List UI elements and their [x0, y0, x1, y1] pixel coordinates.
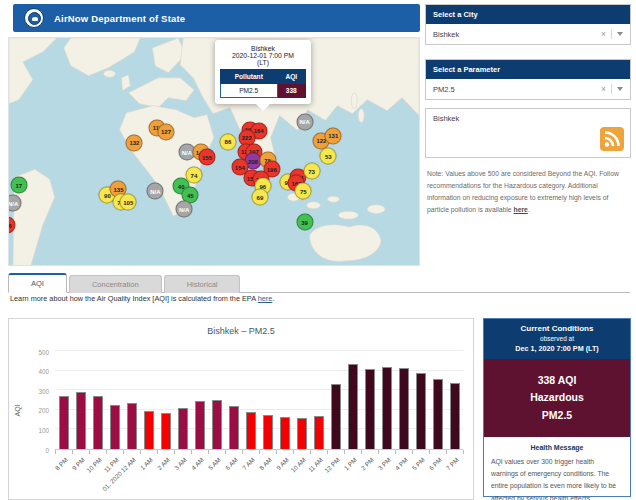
city-dropdown-caret-icon[interactable] [617, 32, 623, 36]
x-tick-label: 8 PM [53, 456, 68, 471]
parameter-select-value[interactable]: PM2.5 [433, 85, 596, 94]
chart-bar[interactable] [229, 406, 239, 449]
popup-aqi-value: 338 [277, 84, 305, 98]
aqi-marker[interactable]: 73 [303, 163, 320, 180]
aqi-marker[interactable]: N/A [296, 113, 313, 130]
parameter-dropdown-caret-icon[interactable] [617, 87, 623, 91]
chart-bar[interactable] [246, 412, 256, 449]
x-tick-label: 1 AM [138, 456, 153, 471]
parameter-select[interactable]: PM2.5 × [426, 79, 630, 99]
tab-aqi[interactable]: AQI [8, 273, 67, 293]
popup-datetime: 2020-12-01 7:00 PM [220, 52, 306, 59]
y-tick-label: 100 [21, 427, 49, 434]
chart-bar[interactable] [297, 418, 307, 449]
learn-more-here-link[interactable]: here [258, 294, 273, 303]
chart-bar[interactable] [280, 417, 290, 449]
x-tick-label: 5 AM [206, 456, 221, 471]
popup-timezone: (LT) [220, 59, 306, 66]
current-conditions-header: Current Conditions observed at Dec 1, 20… [484, 319, 630, 359]
aqi-marker[interactable]: 131 [325, 127, 342, 144]
chart-bar[interactable] [399, 368, 409, 449]
aqi-chart: Bishkek – PM2.5 AQI 01002003004005008 PM… [8, 318, 474, 500]
city-select[interactable]: Bishkek × [426, 24, 630, 44]
x-tick-label: 12 PM [323, 456, 341, 474]
chart-bar[interactable] [212, 400, 222, 449]
chart-bar[interactable] [450, 383, 460, 449]
x-tick-label: 10 AM [289, 456, 307, 474]
tab-bar: AQIConcentrationHistorical [8, 272, 630, 293]
rss-feed-icon[interactable] [600, 127, 624, 151]
chart-bar[interactable] [59, 396, 69, 449]
aqi-marker[interactable]: 69 [251, 189, 268, 206]
popup-table: Pollutant AQI PM2.5 338 [220, 69, 306, 98]
map-markers: 17N/A1561321111279013573105N/A4045N/A74N… [9, 38, 419, 265]
y-tick-label: 0 [21, 447, 49, 454]
y-tick-label: 500 [21, 349, 49, 356]
chart-bar[interactable] [433, 379, 443, 449]
chart-bar[interactable] [195, 401, 205, 449]
aqi-marker[interactable]: N/A [147, 183, 164, 200]
chart-bar[interactable] [144, 411, 154, 449]
x-tick-label: 11 AM [306, 456, 323, 473]
aqi-marker[interactable]: 39 [296, 214, 313, 231]
tab-historical[interactable]: Historical [164, 275, 241, 293]
aqi-marker[interactable]: 156 [8, 217, 15, 234]
chart-bar[interactable] [76, 392, 86, 449]
note-here-link[interactable]: here [514, 206, 528, 213]
feed-city-label: Bishkek [433, 114, 623, 123]
aqi-marker[interactable]: 105 [120, 194, 137, 211]
chart-bar[interactable] [93, 396, 103, 449]
app-title: AirNow Department of State [54, 13, 185, 24]
current-aqi-box: 338 AQI Hazardous PM2.5 [484, 359, 630, 437]
x-tick-label: 10 PM [85, 456, 103, 474]
chart-title: Bishkek – PM2.5 [9, 326, 473, 336]
x-tick-label: 1 PM [342, 456, 357, 471]
chart-bar[interactable] [161, 413, 171, 449]
city-select-box: Select a City Bishkek × [425, 4, 631, 45]
aqi-marker[interactable]: 75 [295, 183, 312, 200]
map-popup: Bishkek 2020-12-01 7:00 PM (LT) Pollutan… [215, 40, 311, 104]
x-tick-label: 7 AM [240, 456, 255, 471]
city-clear-icon[interactable]: × [596, 29, 612, 39]
aqi-marker[interactable]: 53 [320, 148, 337, 165]
aqi-marker[interactable]: 86 [219, 133, 236, 150]
aqi-marker[interactable]: 132 [126, 134, 143, 151]
beyond-aqi-note: Note: Values above 500 are considered Be… [427, 168, 627, 216]
gridline [55, 350, 463, 351]
y-axis-title: AQI [14, 404, 21, 416]
x-tick-label: 7 PM [444, 456, 459, 471]
x-axis-ticks [55, 450, 464, 454]
chart-bar[interactable] [178, 408, 188, 449]
parameter-select-label: Select a Parameter [426, 60, 630, 79]
world-aqi-map[interactable]: 17N/A1561321111279013573105N/A4045N/A74N… [8, 37, 420, 266]
tab-concentration[interactable]: Concentration [69, 275, 162, 293]
x-tick-label: 3 AM [172, 456, 187, 471]
chart-bar[interactable] [314, 416, 324, 449]
chart-bar[interactable] [127, 403, 137, 449]
health-message: Health Message AQI values over 300 trigg… [484, 437, 630, 500]
chart-bar[interactable] [348, 364, 358, 449]
x-tick-label: 4 PM [393, 456, 408, 471]
x-tick-label: 4 AM [189, 456, 204, 471]
popup-col-aqi: AQI [277, 70, 305, 84]
chart-bar[interactable] [382, 367, 392, 449]
x-tick-label: 2 PM [359, 456, 374, 471]
chart-bar[interactable] [110, 405, 120, 449]
aqi-marker[interactable]: 74 [185, 167, 202, 184]
health-message-body: AQI values over 300 trigger health warni… [491, 456, 623, 500]
chart-bar[interactable] [416, 373, 426, 449]
current-conditions-title: Current Conditions [488, 324, 626, 333]
x-tick-label: 6 PM [427, 456, 442, 471]
aqi-marker[interactable]: 155 [199, 149, 216, 166]
x-tick-label: 2 AM [155, 456, 170, 471]
y-tick-label: 400 [21, 368, 49, 375]
chart-bar[interactable] [365, 369, 375, 449]
aqi-marker[interactable]: 127 [158, 123, 175, 140]
chart-bar[interactable] [263, 415, 273, 449]
aqi-marker[interactable]: N/A [176, 201, 193, 218]
city-select-value[interactable]: Bishkek [433, 30, 596, 39]
aqi-marker[interactable]: N/A [8, 195, 22, 212]
aqi-marker[interactable]: 17 [10, 177, 27, 194]
chart-bar[interactable] [331, 384, 341, 449]
parameter-clear-icon[interactable]: × [596, 84, 612, 94]
